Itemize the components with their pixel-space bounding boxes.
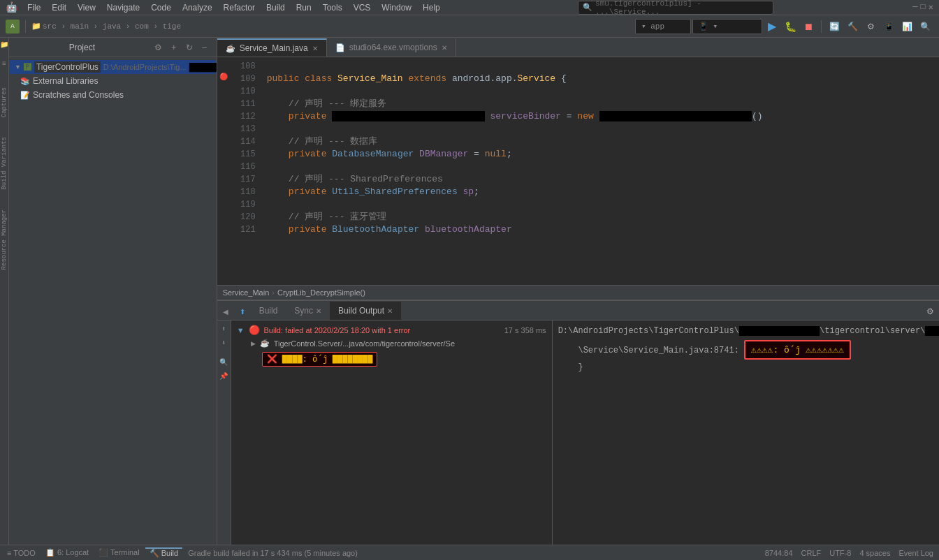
build-expand-icon[interactable]: ▼ — [237, 326, 245, 334]
bt-up-icon[interactable]: ⬆ — [218, 323, 229, 334]
project-add-icon[interactable]: + — [168, 41, 180, 54]
build-error-icon: 🔴 — [249, 325, 260, 335]
bt-filter-icon[interactable]: 🔍 — [218, 357, 229, 368]
menu-vcs[interactable]: VCS — [349, 3, 375, 13]
bottom-tab-logcat[interactable]: 📋 6: Logcat — [41, 548, 93, 557]
search-everywhere[interactable]: 🔍 — [917, 18, 933, 35]
menu-run[interactable]: Run — [292, 3, 316, 13]
build-expand-left[interactable]: ◀ — [217, 303, 234, 320]
menu-view[interactable]: View — [73, 3, 100, 13]
project-gear-icon[interactable]: ⚙ — [152, 41, 165, 54]
bt-pin-icon[interactable]: 📌 — [218, 371, 229, 382]
breadcrumb-text: src › main › java › com › tige — [43, 22, 181, 31]
bottom-settings-icon[interactable]: ⚙ — [922, 303, 938, 320]
debug-button[interactable]: 🐛 — [782, 18, 799, 35]
project-icon[interactable]: 📁 — [0, 40, 8, 49]
avd-button[interactable]: 📱 — [880, 18, 897, 35]
error-text: ████: ố ĵ ████████ — [282, 355, 373, 364]
search-icon: 🔍 — [583, 3, 592, 12]
output-path-line: D:\AndroidProjects\TigerControlPlus\████… — [558, 326, 939, 336]
profile-button[interactable]: 📊 — [898, 18, 915, 35]
tab-service-main[interactable]: ☕ Service_Main.java ✕ — [217, 38, 327, 57]
menu-code[interactable]: Code — [147, 3, 175, 13]
encoding[interactable]: UTF-8 — [829, 549, 851, 557]
tab-build[interactable]: Build — [251, 302, 286, 320]
project-collapse-icon[interactable]: – — [198, 41, 211, 54]
device-selector[interactable]: 📱 ▾ — [699, 22, 718, 31]
tab-build-output-label: Build Output — [338, 306, 384, 316]
run-button[interactable]: ▶ — [764, 18, 780, 35]
menu-window[interactable]: Window — [377, 3, 416, 13]
window-minimize[interactable]: ─ — [912, 2, 917, 13]
run-config[interactable]: ▾ app — [641, 22, 664, 31]
menu-help[interactable]: Help — [418, 3, 444, 13]
build-variants-icon[interactable]: Build Variants — [1, 137, 8, 190]
output-close-brace: } — [558, 362, 939, 372]
tab-build-output-close[interactable]: ✕ — [387, 307, 393, 315]
tab-java-icon: ☕ — [226, 44, 235, 53]
build-file-path: TigerControl.Server/...java/com/tigercon… — [274, 339, 455, 348]
gradle-button[interactable]: 🔨 — [844, 18, 861, 35]
tab-service-main-close[interactable]: ✕ — [312, 45, 318, 52]
breadcrumb-method: CryptLib_DecryptSimple() — [277, 288, 365, 297]
project-title-label: Project — [69, 43, 95, 52]
window-close[interactable]: ✕ — [929, 2, 933, 13]
line-ending[interactable]: CRLF — [801, 549, 822, 557]
bottom-tab-terminal[interactable]: ⬛ Terminal — [94, 548, 143, 557]
build-file-icon: ☕ — [260, 339, 270, 348]
error-icon: ❌ — [267, 355, 277, 364]
window-maximize[interactable]: □ — [921, 2, 926, 13]
menu-tools[interactable]: Tools — [319, 3, 347, 13]
breadcrumb-src[interactable]: 📁 — [31, 22, 41, 31]
build-error-item[interactable]: ❌ ████: ố ĵ ████████ — [231, 350, 552, 369]
tab-build-label: Build — [259, 306, 278, 316]
captures-icon[interactable]: Captures — [1, 87, 8, 117]
build-file-item[interactable]: ▶ ☕ TigerControl.Server/...java/com/tige… — [231, 337, 552, 350]
project-sync-icon[interactable]: ↻ — [183, 41, 196, 54]
scratches-item[interactable]: 📝 Scratches and Consoles — [9, 88, 217, 102]
code-content[interactable]: public class Service_Main extends androi… — [261, 57, 939, 285]
left-sidebar-icons: 📁 ≡ Captures Build Variants Resource Man… — [0, 38, 9, 545]
menu-analyze[interactable]: Analyze — [178, 3, 217, 13]
project-expand-icon: ▼ — [15, 64, 21, 71]
event-log[interactable]: Event Log — [898, 549, 933, 557]
tab-vmoptions-close[interactable]: ✕ — [442, 44, 447, 52]
tab-service-main-label: Service_Main.java — [240, 43, 308, 53]
menu-refactor[interactable]: Refactor — [219, 3, 259, 13]
build-failed-label: Build: failed at 2020/2/25 18:20 with 1 … — [264, 326, 411, 334]
bt-down-icon[interactable]: ⬇ — [218, 337, 229, 348]
external-libs-item[interactable]: 📚 External Libraries — [9, 74, 217, 88]
output-error-box: ⚠️⚠️⚠️⚠️: ố ĵ ⚠️⚠️⚠️⚠️⚠️⚠️⚠️ — [744, 340, 851, 360]
bottom-content: ⬆ ⬇ 🔍 📌 ▼ 🔴 Build: failed at 2020/2/25 1… — [217, 320, 939, 545]
indent[interactable]: 4 spaces — [859, 549, 890, 557]
output-error-icon: ⚠️⚠️⚠️⚠️: — [751, 345, 778, 355]
bottom-tab-todo[interactable]: ≡ TODO — [3, 549, 40, 557]
sdk-button[interactable]: ⚙ — [862, 18, 879, 35]
sync-button[interactable]: 🔄 — [826, 18, 843, 35]
tab-sync[interactable]: Sync ✕ — [286, 302, 330, 320]
build-output-content: D:\AndroidProjects\TigerControlPlus\████… — [553, 320, 939, 545]
breadcrumb: 📁 src › main › java › com › tige — [31, 22, 632, 31]
menu-file[interactable]: File — [23, 3, 45, 13]
structure-icon[interactable]: ≡ — [2, 60, 6, 68]
menu-edit[interactable]: Edit — [48, 3, 71, 13]
external-libs-icon: 📚 — [20, 77, 30, 86]
project-root-item[interactable]: ▼ 🅿 TigerControlPlus D:\AndroidProjects\… — [9, 60, 217, 74]
menu-navigate[interactable]: Navigate — [103, 3, 144, 13]
stop-button[interactable]: ⏹ — [800, 18, 817, 35]
tab-file-icon: 📄 — [335, 43, 345, 52]
project-header: Project ⚙ + ↻ – — [9, 38, 217, 57]
bottom-tab-build[interactable]: 🔨 Build — [145, 547, 183, 558]
tab-vmoptions[interactable]: 📄 studio64.exe.vmoptions ✕ — [327, 38, 456, 57]
external-libs-label: External Libraries — [33, 76, 98, 86]
app-logo: 🤖 — [6, 1, 17, 13]
resource-manager-icon[interactable]: Resource Manager — [1, 209, 8, 270]
menu-build[interactable]: Build — [262, 3, 289, 13]
search-bar-text[interactable]: smu.tigercontrolplus] - ...\Service... — [595, 0, 769, 16]
build-collapse-arrows[interactable]: ⬆ — [234, 303, 251, 320]
project-tree: ▼ 🅿 TigerControlPlus D:\AndroidProjects\… — [9, 57, 217, 545]
tab-sync-close[interactable]: ✕ — [316, 307, 321, 315]
tab-build-output[interactable]: Build Output ✕ — [330, 302, 401, 320]
build-time-label: 17 s 358 ms — [504, 326, 546, 334]
toolbar: A 📁 src › main › java › com › tige ▾ app… — [0, 15, 939, 38]
